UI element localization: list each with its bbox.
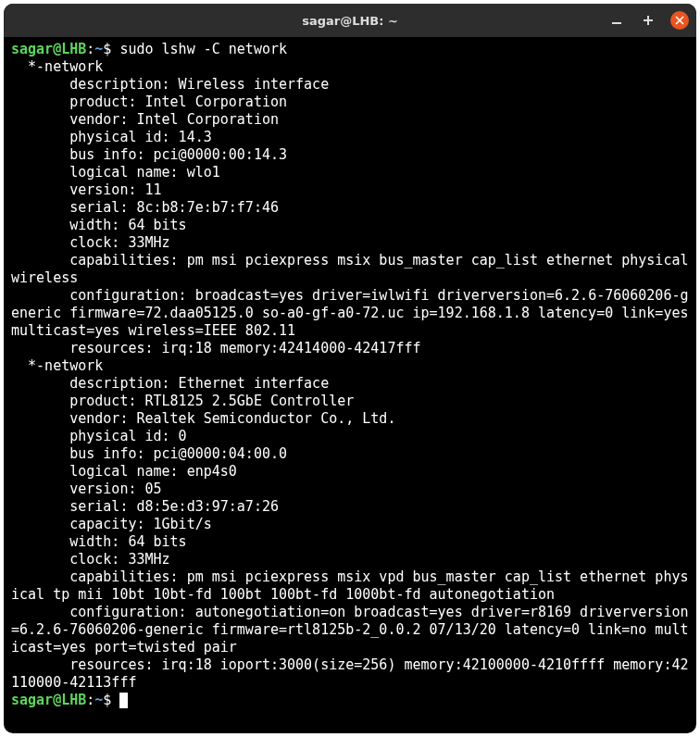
prompt-path-2: ~ bbox=[94, 692, 103, 708]
window-title: sagar@LHB: ~ bbox=[302, 14, 398, 28]
minimize-button[interactable] bbox=[607, 11, 626, 30]
prompt-user-host-2: sagar@LHB bbox=[11, 692, 86, 708]
window-controls bbox=[607, 11, 689, 30]
maximize-icon bbox=[643, 15, 654, 26]
cursor bbox=[119, 693, 128, 708]
prompt-colon: : bbox=[86, 41, 94, 57]
prompt-path: ~ bbox=[94, 41, 103, 57]
terminal-window: sagar@LHB: ~ sagar@LHB:~$ sudo lshw -C n… bbox=[4, 4, 696, 733]
titlebar: sagar@LHB: ~ bbox=[4, 4, 696, 37]
svg-rect-2 bbox=[644, 19, 653, 21]
command-output: *-network description: Wireless interfac… bbox=[11, 58, 696, 691]
entered-command: sudo lshw -C network bbox=[111, 41, 287, 57]
terminal-body[interactable]: sagar@LHB:~$ sudo lshw -C network *-netw… bbox=[4, 37, 696, 733]
svg-rect-0 bbox=[612, 22, 621, 24]
close-button[interactable] bbox=[670, 11, 689, 30]
minimize-icon bbox=[611, 15, 622, 26]
prompt-colon-2: : bbox=[86, 692, 94, 708]
close-icon bbox=[675, 16, 684, 25]
prompt-user-host: sagar@LHB bbox=[11, 41, 86, 57]
prompt-dollar-2: $ bbox=[103, 692, 111, 708]
maximize-button[interactable] bbox=[639, 11, 657, 30]
